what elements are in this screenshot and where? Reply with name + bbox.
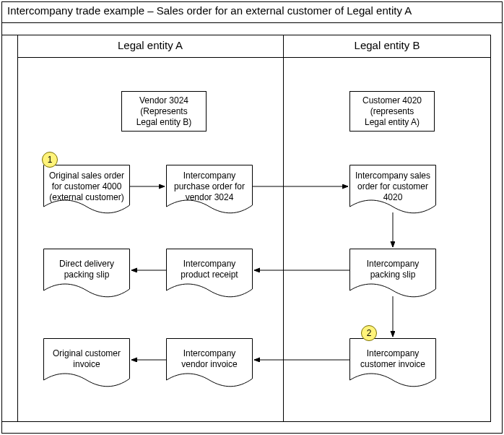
- doc-direct-packing-slip: Direct delivery packing slip: [43, 249, 130, 298]
- doc-ic-purchase-order: Intercompany purchase order for vendor 3…: [166, 165, 253, 214]
- doc-ic-product-receipt-label: Intercompany product receipt: [170, 259, 248, 280]
- column-a-title: Legal entity A: [17, 39, 283, 51]
- doc-ic-purchase-order-label: Intercompany purchase order for vendor 3…: [170, 171, 248, 203]
- doc-original-customer-invoice-label: Original customer invoice: [48, 348, 126, 370]
- column-b-header: Legal entity B: [283, 35, 491, 58]
- doc-ic-vendor-invoice-label: Intercompany vendor invoice: [170, 348, 248, 370]
- badge-step-1: 1: [42, 152, 58, 168]
- doc-ic-customer-invoice-label: Intercompany customer invoice: [354, 348, 432, 370]
- doc-ic-product-receipt: Intercompany product receipt: [166, 249, 253, 298]
- doc-original-sales-order: Original sales order for customer 4000 (…: [43, 165, 130, 214]
- column-b-title: Legal entity B: [283, 39, 491, 51]
- column-divider-body: [283, 58, 284, 422]
- left-strip: [1, 35, 17, 422]
- badge-step-1-label: 1: [48, 155, 53, 165]
- diagram-root: Intercompany trade example – Sales order…: [0, 0, 504, 435]
- doc-direct-packing-slip-label: Direct delivery packing slip: [48, 259, 126, 280]
- column-a-header: Legal entity A: [17, 35, 283, 58]
- doc-ic-packing-slip-label: Intercompany packing slip: [354, 259, 432, 280]
- box-vendor-label: Vendor 3024 (Represents Legal entity B): [136, 95, 192, 128]
- doc-ic-vendor-invoice: Intercompany vendor invoice: [166, 338, 253, 387]
- doc-ic-sales-order-label: Intercompany sales order for customer 40…: [354, 171, 432, 203]
- doc-ic-sales-order: Intercompany sales order for customer 40…: [349, 165, 436, 214]
- doc-ic-packing-slip: Intercompany packing slip: [349, 249, 436, 298]
- badge-step-2-label: 2: [367, 328, 372, 338]
- doc-original-customer-invoice: Original customer invoice: [43, 338, 130, 387]
- box-vendor-3024: Vendor 3024 (Represents Legal entity B): [121, 91, 207, 132]
- box-customer-4020: Customer 4020 (represents Legal entity A…: [349, 91, 435, 132]
- diagram-title: Intercompany trade example – Sales order…: [7, 4, 412, 17]
- badge-step-2: 2: [361, 325, 377, 341]
- doc-original-sales-order-label: Original sales order for customer 4000 (…: [48, 171, 126, 203]
- box-customer-label: Customer 4020 (represents Legal entity A…: [362, 95, 422, 128]
- doc-ic-customer-invoice: Intercompany customer invoice: [349, 338, 436, 387]
